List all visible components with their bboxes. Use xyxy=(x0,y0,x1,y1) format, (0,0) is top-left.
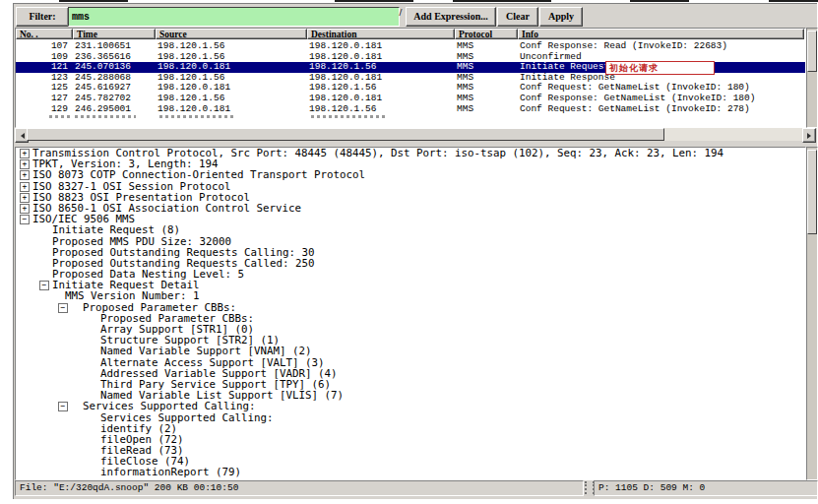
source-cell: 198.120.1.56 xyxy=(156,52,307,63)
column-header-info[interactable]: Info xyxy=(518,29,804,39)
column-header-destination[interactable]: Destination xyxy=(307,29,455,39)
source-cell: 198.120.1.56 xyxy=(156,73,307,84)
protocol-cell: MMS xyxy=(455,41,518,52)
tree-line-text: Named Variable Support [VNAM] (2) xyxy=(100,346,312,356)
protocol-cell: MMS xyxy=(455,52,518,63)
tree-line-text: informationReport (79) xyxy=(100,467,241,477)
tree-line-text: MMS Version Number: 1 xyxy=(65,290,200,301)
tree-line[interactable]: MMS Version Number: 1 xyxy=(16,290,805,301)
time-cell: 245.782702 xyxy=(73,94,156,104)
source-cell: 198.120.1.56 xyxy=(156,41,307,52)
collapse-minus-icon[interactable]: − xyxy=(39,281,49,290)
clear-filter-button[interactable]: Clear xyxy=(497,7,538,27)
status-bar: File: "E:/320qdA.snoop" 200 KB 00:10:50 … xyxy=(14,480,817,496)
horizontal-scrollbar[interactable] xyxy=(15,128,816,141)
info-cell: Conf Response: Read (InvokeID: 22683) xyxy=(518,41,804,52)
expand-plus-icon[interactable]: + xyxy=(20,149,30,158)
tree-line[interactable]: Services Supported Calling: xyxy=(16,412,805,423)
tree-line[interactable]: informationReport (79) xyxy=(16,467,805,477)
detail-pane-scroll-thumb[interactable] xyxy=(807,150,817,234)
no-cell: 123 xyxy=(16,73,73,84)
window-top-edge-marks xyxy=(0,0,818,2)
apply-filter-button[interactable]: Apply xyxy=(539,7,583,27)
protocol-cell: MMS xyxy=(455,104,518,115)
tree-line-text: ISO 8073 COTP Connection-Oriented Transp… xyxy=(32,169,365,180)
packet-row-127[interactable]: 127245.782702198.120.1.56198.120.0.181MM… xyxy=(16,94,805,104)
time-cell: 231.100651 xyxy=(73,41,156,52)
tree-line[interactable]: +ISO 8073 COTP Connection-Oriented Trans… xyxy=(16,169,805,180)
filter-input-field[interactable] xyxy=(72,9,399,26)
scroll-left-icon xyxy=(18,133,25,139)
destination-cell: 198.120.0.181 xyxy=(307,94,455,104)
app-window: { "colors": { "selection_bg": "#000080",… xyxy=(0,0,818,504)
detail-pane-vertical-scrollbar[interactable] xyxy=(806,147,818,480)
tree-line[interactable]: Named Variable Support [VNAM] (2) xyxy=(16,346,805,356)
no-cell: 107 xyxy=(16,41,73,52)
time-cell: 236.365616 xyxy=(73,52,156,63)
annotation-box: 初始化请求 xyxy=(605,61,715,75)
tree-line-text: Initiate Request (8) xyxy=(52,224,180,235)
horizontal-scroll-thumb[interactable] xyxy=(27,128,664,141)
destination-cell: 198.120.1.56 xyxy=(307,83,455,94)
column-header-no[interactable]: No. . xyxy=(16,29,73,39)
status-packet-counters: P: 1105 D: 509 M: 0 xyxy=(594,480,818,496)
no-cell: 121 xyxy=(16,62,73,73)
destination-cell: 198.120.1.56 xyxy=(307,104,455,115)
no-cell: 109 xyxy=(16,52,73,63)
expand-plus-icon[interactable]: + xyxy=(20,193,30,203)
packet-list-scroll-thumb[interactable] xyxy=(807,31,817,72)
column-header-time[interactable]: Time xyxy=(73,29,156,39)
time-cell: 246.295001 xyxy=(73,104,156,115)
scroll-right-icon xyxy=(807,133,814,139)
filter-input[interactable] xyxy=(68,7,400,27)
packet-row-107[interactable]: 107231.100651198.120.1.56198.120.0.181MM… xyxy=(16,41,805,52)
destination-cell: 198.120.0.181 xyxy=(307,73,455,84)
no-cell: 127 xyxy=(16,94,73,104)
collapse-minus-icon[interactable]: − xyxy=(20,215,30,224)
filter-toolbar: Filter: / Add Expression... Clear Apply xyxy=(14,4,817,27)
destination-cell: 198.120.1.56 xyxy=(307,62,455,73)
source-cell: 198.120.0.181 xyxy=(156,104,307,115)
add-expression-button[interactable]: Add Expression... xyxy=(406,7,496,27)
column-header-source[interactable]: Source xyxy=(156,29,307,39)
column-header-protocol[interactable]: Protocol xyxy=(455,29,518,39)
protocol-cell: MMS xyxy=(455,83,518,94)
packet-row-partial xyxy=(16,114,805,124)
no-cell: 125 xyxy=(16,83,73,94)
expand-plus-icon[interactable]: + xyxy=(20,182,30,192)
filter-button[interactable]: Filter: xyxy=(16,7,69,27)
tree-line-text: Services Supported Calling: xyxy=(83,401,256,411)
no-cell: 129 xyxy=(16,104,73,115)
filter-entry-slash-mark: / xyxy=(397,7,405,25)
destination-cell: 198.120.0.181 xyxy=(307,41,455,52)
protocol-cell: MMS xyxy=(455,73,518,84)
time-cell: 245.070136 xyxy=(73,62,156,73)
packet-list-rows: 107231.100651198.120.1.56198.120.0.181MM… xyxy=(16,41,805,124)
collapse-minus-icon[interactable]: − xyxy=(58,303,68,313)
packet-row-125[interactable]: 125245.616927198.120.0.181198.120.1.56MM… xyxy=(16,83,805,94)
collapse-minus-icon[interactable]: − xyxy=(58,402,68,411)
analyzer-window: Filter: / Add Expression... Clear Apply … xyxy=(13,3,817,499)
expand-plus-icon[interactable]: + xyxy=(20,159,30,169)
time-cell: 245.288068 xyxy=(73,73,156,84)
expand-plus-icon[interactable]: + xyxy=(20,170,30,180)
expand-plus-icon[interactable]: + xyxy=(20,204,30,214)
source-cell: 198.120.0.181 xyxy=(156,83,307,94)
info-cell: Conf Response: GetNameList (InvokeID: 18… xyxy=(518,94,804,104)
tree-line[interactable]: Initiate Request (8) xyxy=(16,224,805,235)
destination-cell: 198.120.0.181 xyxy=(307,52,455,63)
packet-list-vertical-scrollbar[interactable] xyxy=(806,28,818,128)
packet-list-pane: No. .TimeSourceDestinationProtocolInfo 1… xyxy=(15,28,806,128)
tree-line[interactable]: −Services Supported Calling: xyxy=(16,401,805,411)
protocol-detail-pane: +Transmission Control Protocol, Src Port… xyxy=(15,147,806,480)
status-file-info: File: "E:/320qdA.snoop" 200 KB 00:10:50 xyxy=(15,480,584,496)
source-cell: 198.120.0.181 xyxy=(156,62,307,73)
info-cell: Conf Request: GetNameList (InvokeID: 180… xyxy=(518,83,804,94)
protocol-cell: MMS xyxy=(455,94,518,104)
packet-row-129[interactable]: 129246.295001198.120.0.181198.120.1.56MM… xyxy=(16,104,805,115)
protocol-cell: MMS xyxy=(455,62,518,73)
info-cell: Conf Request: GetNameList (InvokeID: 278… xyxy=(518,104,804,115)
tree-line[interactable]: Proposed MMS PDU Size: 32000 xyxy=(16,236,805,247)
packet-list-header: No. .TimeSourceDestinationProtocolInfo xyxy=(16,29,805,41)
source-cell: 198.120.1.56 xyxy=(156,94,307,104)
